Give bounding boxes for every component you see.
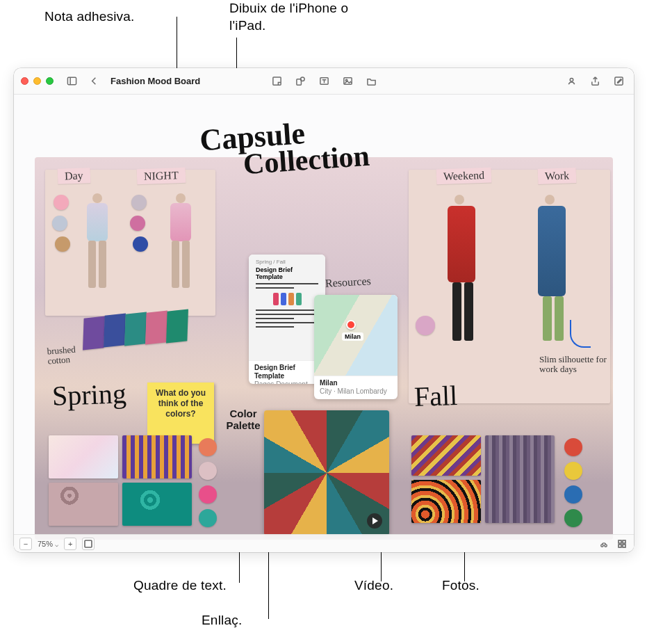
doc-caption: Spring / Fall [256, 255, 325, 266]
panel-day-night[interactable]: Day NIGHT [45, 170, 215, 316]
palette-dot [199, 485, 217, 504]
file-sub: Pages Document · 1 MB [254, 380, 320, 384]
palette-dot [564, 438, 582, 456]
zoom-out-button[interactable]: − [19, 538, 32, 550]
fabric-swatch [104, 314, 126, 348]
traffic-lights [21, 77, 54, 85]
fullscreen-window-button[interactable] [46, 77, 54, 85]
doc-heading: Design Brief Template [256, 266, 318, 280]
handnote-resources: Resources [325, 275, 372, 289]
file-title: Design Brief Template [254, 364, 320, 380]
photo-thumb[interactable] [122, 435, 192, 478]
map-link-card[interactable]: Milan Milan City · Milan Lombardy [314, 295, 398, 399]
map-pin-icon [346, 320, 356, 330]
fabric-swatch [124, 312, 147, 346]
text-box[interactable]: Color Palette [222, 408, 264, 432]
palette-dot [564, 485, 582, 504]
panel-weekend-work[interactable]: Weekend Work Slim silhouette for work da… [409, 170, 610, 403]
spring-palette [199, 438, 217, 527]
edit-button[interactable] [610, 73, 627, 90]
close-window-button[interactable] [21, 77, 28, 85]
svg-rect-10 [85, 540, 92, 547]
tape-night: NIGHT [137, 168, 186, 184]
palette-dot [199, 438, 217, 456]
fall-palette [564, 438, 582, 527]
svg-point-11 [601, 544, 603, 546]
palette-dot [564, 462, 582, 480]
sticky-note-text: What do you think of the colors? [156, 388, 206, 419]
palette-dot [564, 509, 582, 527]
swatch-dot [54, 195, 69, 210]
board-title: Fashion Mood Board [110, 76, 200, 86]
zoom-level[interactable]: 75% ⌵ [38, 540, 58, 548]
season-spring: Spring [51, 377, 126, 412]
photo-thumb[interactable] [411, 480, 481, 523]
sticky-note[interactable]: What do you think of the colors? [147, 383, 214, 444]
swatch-dot [131, 195, 147, 210]
toolbar: Fashion Mood Board [14, 68, 634, 95]
svg-rect-2 [272, 77, 280, 85]
share-button[interactable] [587, 73, 603, 90]
canvas-footer: − 75% ⌵ + [14, 534, 634, 552]
insert-toolbar-group [268, 73, 379, 90]
photo-thumb[interactable] [411, 435, 481, 476]
insert-sticky-button[interactable] [268, 73, 285, 90]
fashion-sketch-work [532, 195, 574, 341]
insert-shape-button[interactable] [292, 73, 309, 90]
swatch-dot [416, 316, 435, 335]
play-icon [367, 513, 382, 529]
map-title: Milan [320, 379, 392, 387]
photo-thumb[interactable] [49, 483, 118, 526]
photo-thumb[interactable] [49, 435, 118, 478]
freeform-window: Fashion Mood Board Capsule Collection Da… [14, 68, 634, 552]
collaborate-button[interactable] [563, 73, 580, 90]
share-toolbar-group [563, 73, 627, 90]
palette-dot [199, 462, 217, 480]
svg-point-12 [605, 544, 607, 546]
fabric-swatch [145, 311, 167, 345]
insert-file-button[interactable] [363, 73, 379, 90]
navigator-button[interactable] [598, 538, 610, 550]
zoom-in-button[interactable]: + [64, 538, 76, 550]
fashion-sketch-day [80, 193, 115, 291]
svg-point-8 [570, 78, 573, 81]
callout-video: Vídeo. [354, 577, 393, 595]
tape-work: Work [538, 168, 577, 184]
handwriting-title[interactable]: Capsule Collection [199, 113, 413, 211]
sidebar-toggle-button[interactable] [63, 73, 80, 90]
map-preview: Milan [314, 295, 398, 376]
annotation-arrow [570, 320, 591, 348]
handnote-slim: Slim silhouette for work days [539, 355, 609, 373]
insert-media-button[interactable] [339, 73, 356, 90]
board-canvas[interactable]: Capsule Collection Day NIGHT [14, 95, 634, 552]
swatch-dot [55, 236, 70, 252]
map-meta: Milan City · Milan Lombardy [314, 376, 398, 399]
grid-button[interactable] [616, 538, 628, 550]
text-box-l2: Palette [222, 419, 264, 431]
photo-thumb[interactable] [485, 435, 555, 523]
chevron-down-icon: ⌵ [55, 541, 58, 548]
map-pin-label: Milan [342, 332, 363, 341]
zoom-fit-button[interactable] [82, 538, 95, 550]
tape-weekend: Weekend [436, 168, 492, 185]
photo-thumb[interactable] [122, 483, 192, 526]
svg-rect-14 [623, 540, 625, 543]
text-box-l1: Color [222, 408, 264, 419]
svg-rect-13 [619, 540, 621, 543]
back-button[interactable] [85, 73, 102, 90]
callout-sticky: Nota adhesiva. [44, 8, 135, 26]
svg-rect-15 [619, 545, 621, 547]
insert-text-button[interactable] [316, 73, 332, 90]
svg-rect-0 [67, 77, 76, 84]
swatch-dot [130, 216, 145, 231]
palette-dot [199, 509, 217, 527]
fashion-sketch-night [163, 193, 198, 291]
svg-rect-16 [623, 545, 625, 547]
swatch-dot [133, 236, 148, 252]
video-tile[interactable] [264, 410, 389, 536]
tape-day: Day [58, 168, 90, 184]
minimize-window-button[interactable] [33, 77, 41, 85]
fabric-swatch [166, 309, 188, 344]
callout-link: Enllaç. [202, 612, 242, 629]
map-sub: City · Milan Lombardy [320, 387, 392, 396]
